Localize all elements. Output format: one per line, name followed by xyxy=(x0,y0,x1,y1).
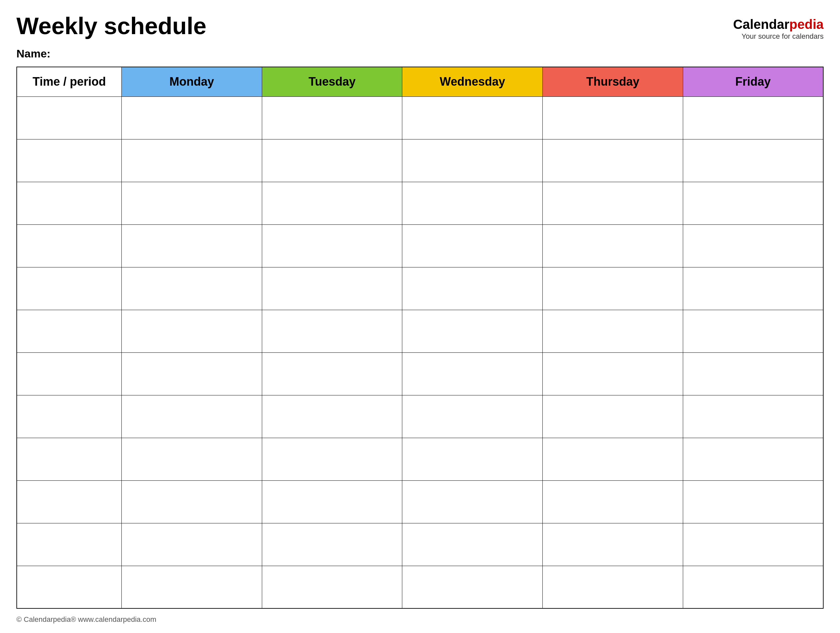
table-cell[interactable] xyxy=(122,438,262,480)
table-cell[interactable] xyxy=(262,480,402,523)
table-cell[interactable] xyxy=(402,395,543,438)
table-cell[interactable] xyxy=(402,480,543,523)
schedule-body xyxy=(17,96,823,608)
table-cell[interactable] xyxy=(262,96,402,139)
table-cell[interactable] xyxy=(683,352,823,395)
table-cell[interactable] xyxy=(17,566,122,608)
table-cell[interactable] xyxy=(683,182,823,224)
col-header-tuesday: Tuesday xyxy=(262,67,402,96)
brand-name: Calendarpedia xyxy=(733,16,824,32)
table-cell[interactable] xyxy=(402,523,543,566)
table-cell[interactable] xyxy=(17,438,122,480)
table-cell[interactable] xyxy=(122,139,262,182)
schedule-table: Time / period Monday Tuesday Wednesday T… xyxy=(16,66,824,609)
table-row xyxy=(17,96,823,139)
col-header-friday: Friday xyxy=(683,67,823,96)
footer: © Calendarpedia® www.calendarpedia.com xyxy=(16,615,824,624)
table-cell[interactable] xyxy=(543,139,683,182)
table-cell[interactable] xyxy=(402,224,543,267)
table-cell[interactable] xyxy=(543,352,683,395)
brand-tagline: Your source for calendars xyxy=(733,32,824,41)
table-cell[interactable] xyxy=(683,224,823,267)
table-cell[interactable] xyxy=(543,395,683,438)
table-cell[interactable] xyxy=(683,438,823,480)
table-cell[interactable] xyxy=(683,96,823,139)
table-cell[interactable] xyxy=(402,139,543,182)
table-cell[interactable] xyxy=(17,96,122,139)
table-cell[interactable] xyxy=(17,395,122,438)
table-cell[interactable] xyxy=(543,310,683,352)
table-cell[interactable] xyxy=(17,310,122,352)
table-row xyxy=(17,310,823,352)
table-cell[interactable] xyxy=(543,224,683,267)
table-cell[interactable] xyxy=(122,267,262,310)
table-cell[interactable] xyxy=(262,438,402,480)
table-cell[interactable] xyxy=(122,224,262,267)
table-row xyxy=(17,182,823,224)
brand-logo: Calendarpedia Your source for calendars xyxy=(733,16,824,41)
table-cell[interactable] xyxy=(262,267,402,310)
col-header-thursday: Thursday xyxy=(543,67,683,96)
table-cell[interactable] xyxy=(683,480,823,523)
table-cell[interactable] xyxy=(402,566,543,608)
table-row xyxy=(17,480,823,523)
table-header-row: Time / period Monday Tuesday Wednesday T… xyxy=(17,67,823,96)
table-cell[interactable] xyxy=(543,438,683,480)
table-cell[interactable] xyxy=(402,438,543,480)
table-cell[interactable] xyxy=(683,139,823,182)
table-cell[interactable] xyxy=(262,523,402,566)
table-cell[interactable] xyxy=(122,352,262,395)
page-title: Weekly schedule xyxy=(16,13,206,39)
table-cell[interactable] xyxy=(122,523,262,566)
table-cell[interactable] xyxy=(402,267,543,310)
table-row xyxy=(17,395,823,438)
table-row xyxy=(17,267,823,310)
table-cell[interactable] xyxy=(17,182,122,224)
table-cell[interactable] xyxy=(122,395,262,438)
table-cell[interactable] xyxy=(543,480,683,523)
col-header-wednesday: Wednesday xyxy=(402,67,543,96)
table-cell[interactable] xyxy=(402,352,543,395)
table-cell[interactable] xyxy=(543,267,683,310)
table-cell[interactable] xyxy=(262,139,402,182)
table-cell[interactable] xyxy=(262,224,402,267)
table-row xyxy=(17,139,823,182)
table-cell[interactable] xyxy=(543,523,683,566)
table-cell[interactable] xyxy=(17,352,122,395)
table-cell[interactable] xyxy=(17,523,122,566)
table-cell[interactable] xyxy=(122,566,262,608)
table-cell[interactable] xyxy=(683,395,823,438)
table-cell[interactable] xyxy=(17,139,122,182)
table-cell[interactable] xyxy=(683,310,823,352)
table-cell[interactable] xyxy=(262,395,402,438)
table-cell[interactable] xyxy=(262,310,402,352)
table-row xyxy=(17,438,823,480)
table-cell[interactable] xyxy=(262,352,402,395)
name-label: Name: xyxy=(16,47,824,60)
table-cell[interactable] xyxy=(122,480,262,523)
table-cell[interactable] xyxy=(122,310,262,352)
table-cell[interactable] xyxy=(543,96,683,139)
table-cell[interactable] xyxy=(683,523,823,566)
table-cell[interactable] xyxy=(402,96,543,139)
table-cell[interactable] xyxy=(122,182,262,224)
table-cell[interactable] xyxy=(122,96,262,139)
table-cell[interactable] xyxy=(683,566,823,608)
table-cell[interactable] xyxy=(17,267,122,310)
table-cell[interactable] xyxy=(262,182,402,224)
col-header-time: Time / period xyxy=(17,67,122,96)
table-cell[interactable] xyxy=(402,182,543,224)
table-cell[interactable] xyxy=(17,480,122,523)
table-cell[interactable] xyxy=(17,224,122,267)
table-cell[interactable] xyxy=(543,182,683,224)
table-cell[interactable] xyxy=(262,566,402,608)
table-cell[interactable] xyxy=(683,267,823,310)
table-cell[interactable] xyxy=(543,566,683,608)
table-cell[interactable] xyxy=(402,310,543,352)
brand-calendar-text: Calendar xyxy=(733,17,789,32)
col-header-monday: Monday xyxy=(122,67,262,96)
table-row xyxy=(17,523,823,566)
table-row xyxy=(17,224,823,267)
page-header: Weekly schedule Calendarpedia Your sourc… xyxy=(16,13,824,41)
table-row xyxy=(17,352,823,395)
